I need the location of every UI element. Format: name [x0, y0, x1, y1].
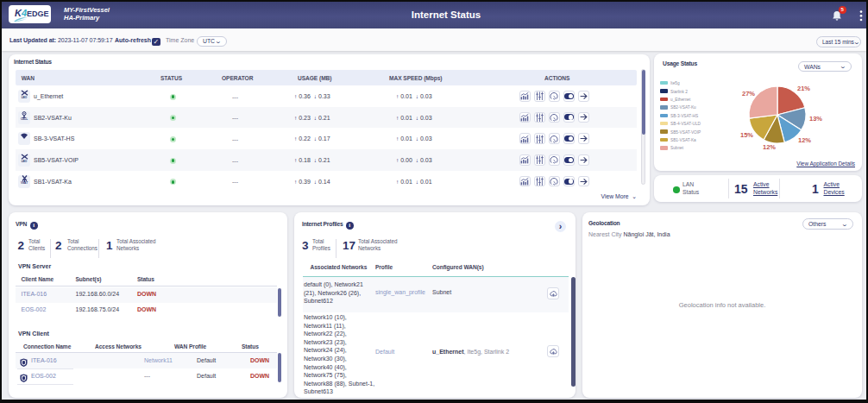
svg-text:27%: 27%	[742, 90, 755, 98]
svg-text:12%: 12%	[798, 136, 811, 144]
svg-text:13%: 13%	[809, 115, 822, 123]
svg-text:12%: 12%	[763, 143, 776, 151]
svg-text:21%: 21%	[797, 85, 810, 92]
svg-text:15%: 15%	[740, 131, 753, 139]
